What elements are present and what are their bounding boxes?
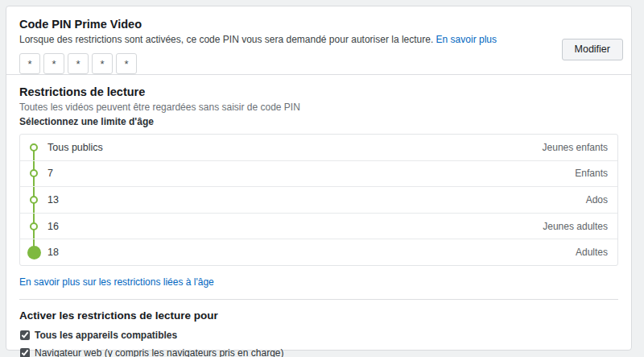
radio-unselected-icon[interactable] <box>30 143 38 152</box>
checkbox-row-all-devices[interactable]: Tous les appareils compatibles <box>19 330 618 341</box>
age-option-label: Tous publics <box>47 142 103 153</box>
parental-controls-card: Code PIN Prime Video Lorsque des restric… <box>6 6 632 351</box>
radio-unselected-icon[interactable] <box>30 169 38 177</box>
checkbox-label: Navigateur web (y compris les navigateur… <box>35 347 283 357</box>
age-option-category: Jeunes enfants <box>543 142 608 153</box>
pin-digit-input[interactable]: * <box>92 53 113 74</box>
radio-unselected-icon[interactable] <box>30 196 38 204</box>
age-option-label: 7 <box>47 168 53 179</box>
pin-digit-input[interactable]: * <box>43 53 64 74</box>
age-option-category: Ados <box>586 194 608 205</box>
age-restrictions-learn-more-link[interactable]: En savoir plus sur les restrictions liée… <box>19 276 214 288</box>
restrictions-section-title: Restrictions de lecture <box>19 85 618 99</box>
age-option-label: 18 <box>47 247 59 258</box>
pin-digit-input[interactable]: * <box>68 53 89 74</box>
age-option-category: Enfants <box>575 168 608 179</box>
devices-section-title: Activer les restrictions de lecture pour <box>19 309 618 323</box>
pin-section: Code PIN Prime Video Lorsque des restric… <box>6 6 631 74</box>
checkbox-label: Tous les appareils compatibles <box>35 330 177 341</box>
age-limit-select-label: Sélectionnez une limite d'âge <box>19 116 618 128</box>
age-option-7[interactable]: 7 Enfants <box>20 160 617 187</box>
age-restrictions-link-row: En savoir plus sur les restrictions liée… <box>19 276 618 289</box>
checkbox-row-web-browser[interactable]: Navigateur web (y compris les navigateur… <box>19 347 618 357</box>
radio-marker-cell <box>20 222 47 230</box>
pin-section-title: Code PIN Prime Video <box>19 17 618 31</box>
age-option-16[interactable]: 16 Jeunes adultes <box>20 213 617 239</box>
devices-section: Activer les restrictions de lecture pour… <box>6 300 631 357</box>
radio-marker-cell <box>20 246 47 259</box>
age-option-label: 16 <box>47 221 59 232</box>
radio-marker-cell <box>20 143 47 152</box>
radio-marker-cell <box>20 169 47 177</box>
web-browser-checkbox[interactable] <box>20 348 30 357</box>
age-option-label: 13 <box>47 194 59 205</box>
pin-input-group: * * * * * <box>19 53 618 74</box>
pin-digit-input[interactable]: * <box>19 53 40 74</box>
pin-learn-more-link[interactable]: En savoir plus <box>436 34 497 45</box>
pin-description: Lorsque des restrictions sont activées, … <box>19 34 618 46</box>
age-option-category: Adultes <box>576 247 608 258</box>
radio-selected-icon[interactable] <box>27 246 41 259</box>
age-option-category: Jeunes adultes <box>543 221 608 232</box>
modify-pin-button[interactable]: Modifier <box>562 39 623 60</box>
pin-description-text: Lorsque des restrictions sont activées, … <box>19 34 433 45</box>
restrictions-section: Restrictions de lecture Toutes les vidéo… <box>6 75 631 300</box>
radio-marker-cell <box>20 196 47 204</box>
age-option-13[interactable]: 13 Ados <box>20 186 617 213</box>
radio-unselected-icon[interactable] <box>30 222 38 230</box>
settings-page: Code PIN Prime Video Lorsque des restric… <box>0 0 644 357</box>
restrictions-status-text: Toutes les vidéos peuvent être regardées… <box>19 102 618 114</box>
age-option-tous-publics[interactable]: Tous publics Jeunes enfants <box>20 135 617 160</box>
age-limit-list: Tous publics Jeunes enfants 7 Enfants 13… <box>19 134 618 266</box>
age-option-18[interactable]: 18 Adultes <box>20 239 617 265</box>
pin-digit-input[interactable]: * <box>116 53 137 74</box>
all-devices-checkbox[interactable] <box>20 330 30 340</box>
